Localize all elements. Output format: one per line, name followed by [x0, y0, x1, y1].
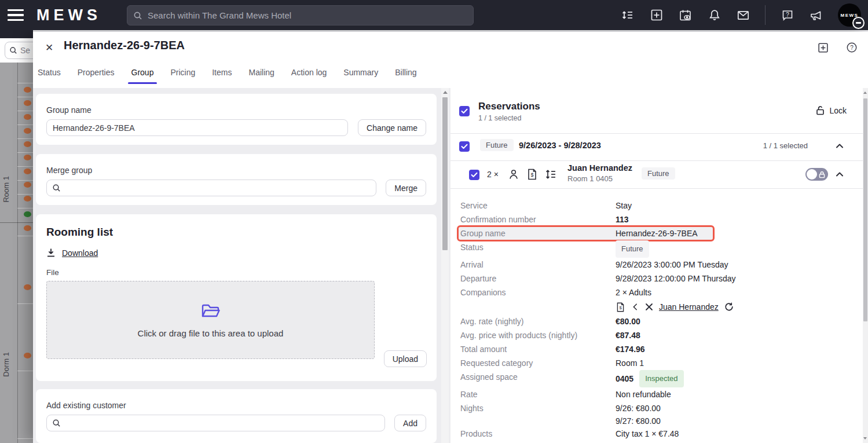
reservation-dot[interactable] — [24, 155, 31, 160]
reservations-checkbox[interactable] — [459, 106, 470, 116]
help-chat-icon[interactable]: ? — [780, 8, 794, 23]
night-price: 9/27: €80.00 — [616, 415, 661, 427]
tab-mailing[interactable]: Mailing — [248, 68, 274, 84]
chevron-up-icon[interactable] — [835, 170, 844, 181]
help-icon[interactable]: ? — [846, 42, 858, 53]
scroll-up-arrow[interactable] — [443, 91, 448, 94]
mews-logo[interactable]: MEWS — [36, 6, 101, 24]
search-icon — [9, 46, 17, 54]
detail-label: Confirmation number — [460, 213, 616, 226]
group-detail-panel: ✕ Hernandez-26-9-7BEA ? Status Propertie… — [33, 32, 868, 443]
remove-x-icon[interactable] — [645, 303, 653, 311]
group-form-column: Group name Change name Merge group Merge… — [33, 88, 441, 443]
detail-row-service: Service Stay — [460, 199, 854, 213]
refresh-icon[interactable] — [724, 302, 734, 312]
check-icon — [461, 108, 468, 114]
merge-group-card: Merge group Merge — [36, 154, 437, 205]
scrollbar-thumb[interactable] — [863, 98, 867, 321]
detail-row-group-name: Group name Hernandez-26-9-7BEA — [460, 226, 854, 240]
download-icon — [46, 248, 56, 258]
group-date-range: 9/26/2023 - 9/28/2023 — [519, 141, 601, 150]
lock-toggle[interactable] — [805, 168, 828, 181]
reservation-dot[interactable] — [24, 353, 31, 358]
reservation-dot[interactable] — [24, 182, 31, 188]
tab-billing[interactable]: Billing — [395, 68, 416, 84]
person-icon[interactable] — [507, 168, 520, 183]
left-column-scrollbar[interactable] — [441, 88, 449, 443]
tab-group[interactable]: Group — [131, 68, 154, 84]
billing-document-icon[interactable]: $ — [526, 168, 538, 183]
notifications-bell-icon[interactable] — [707, 8, 721, 23]
menu-icon[interactable] — [8, 9, 24, 21]
add-icon[interactable] — [649, 8, 664, 23]
add-button[interactable]: Add — [394, 415, 426, 431]
detail-label: Service — [460, 199, 616, 213]
scrollbar-thumb[interactable] — [442, 97, 448, 250]
chevron-up-icon[interactable] — [835, 141, 844, 153]
guest-name[interactable]: Juan Hernandez — [567, 163, 632, 173]
close-icon[interactable]: ✕ — [43, 41, 56, 54]
reservation-dot[interactable] — [24, 196, 31, 202]
detail-label: Group name — [460, 226, 616, 240]
change-name-button[interactable]: Change name — [358, 119, 426, 136]
svg-text:?: ? — [850, 45, 854, 51]
chevron-left-icon[interactable] — [631, 302, 639, 312]
tab-pricing[interactable]: Pricing — [170, 68, 195, 84]
inspected-badge: Inspected — [639, 370, 683, 387]
messages-mail-icon[interactable] — [736, 8, 750, 23]
upload-button[interactable]: Upload — [384, 350, 427, 367]
reservation-dot[interactable] — [24, 141, 31, 147]
merge-button[interactable]: Merge — [386, 180, 426, 196]
tab-action-log[interactable]: Action log — [291, 68, 327, 84]
search-icon — [52, 419, 61, 427]
detail-row-nights: Nights 9/26: €80.00 9/27: €80.00 — [460, 401, 854, 427]
reservation-dot[interactable] — [24, 169, 31, 174]
lock-button[interactable]: Lock — [816, 105, 847, 115]
reservation-dot[interactable] — [24, 284, 31, 290]
reservation-details: Service Stay Confirmation number 113 Gro… — [460, 199, 854, 443]
detail-label: Avg. price with products (nightly) — [460, 328, 616, 342]
rate-sort-icon[interactable] — [544, 168, 557, 183]
reservation-dot[interactable] — [24, 114, 31, 120]
companion-link[interactable]: Juan Hernandez — [659, 300, 719, 314]
reservation-dot[interactable] — [24, 128, 31, 134]
global-search-input[interactable] — [148, 10, 467, 20]
tab-items[interactable]: Items — [212, 68, 232, 84]
tab-status[interactable]: Status — [38, 68, 61, 84]
scroll-down-arrow[interactable] — [863, 437, 867, 440]
reservation-dot[interactable] — [24, 87, 31, 93]
reservation-dot[interactable] — [24, 211, 31, 217]
file-dropzone[interactable]: Click or drag file to this area to uploa… — [46, 281, 375, 359]
group-row-checkbox[interactable] — [459, 141, 470, 152]
detail-row-companions: Companions 2 × Adults $ Juan Hernandez — [460, 285, 854, 314]
timeline-header-strip — [0, 30, 33, 38]
search-icon — [52, 184, 61, 192]
timeline-preview-icon[interactable] — [678, 8, 693, 23]
row-height-icon[interactable] — [620, 8, 635, 23]
panel-add-icon[interactable] — [817, 42, 829, 53]
group-name-card: Group name Change name — [36, 94, 437, 145]
reservation-dot[interactable] — [24, 100, 31, 106]
svg-text:$: $ — [530, 172, 533, 178]
detail-row-total: Total amount €174.96 — [460, 342, 854, 356]
billing-document-icon[interactable]: $ — [616, 302, 625, 313]
add-customer-label: Add existing customer — [46, 401, 426, 410]
merge-group-search-input[interactable] — [46, 180, 376, 196]
tab-properties[interactable]: Properties — [78, 68, 115, 84]
night-price: 9/26: €80.00 — [616, 401, 661, 415]
reservation-checkbox[interactable] — [469, 170, 479, 180]
detail-row-assigned-space: Assigned space 0405 Inspected — [460, 370, 854, 387]
tab-summary[interactable]: Summary — [343, 68, 378, 84]
reservations-scrollbar[interactable] — [863, 88, 868, 443]
scroll-up-arrow[interactable] — [863, 91, 867, 94]
group-name-input[interactable] — [46, 119, 348, 136]
download-link[interactable]: Download — [46, 248, 98, 258]
add-customer-search-input[interactable] — [46, 415, 385, 431]
detail-value: €87.48 — [616, 328, 640, 342]
reservation-dot[interactable] — [24, 225, 31, 231]
account-avatar[interactable]: MEWS — [838, 3, 861, 27]
announcements-megaphone-icon[interactable] — [809, 8, 823, 23]
top-bar: MEWS ? MEWS — [0, 0, 868, 30]
detail-value: Non refundable — [616, 387, 671, 401]
global-search[interactable] — [127, 5, 474, 25]
